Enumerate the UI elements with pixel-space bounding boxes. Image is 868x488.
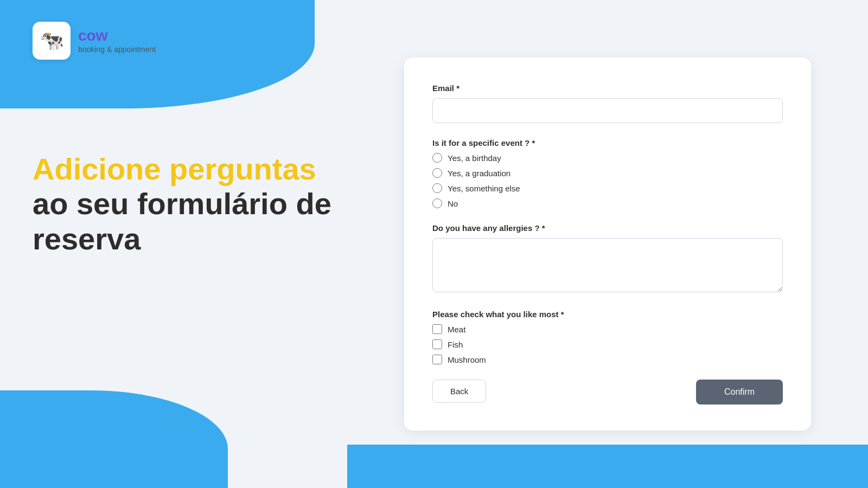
logo-subtitle: booking & appointment — [78, 45, 157, 54]
checkbox-item-meat[interactable]: Meat — [432, 324, 783, 334]
logo-icon: 🐄 — [33, 22, 71, 60]
checkbox-item-mushroom[interactable]: Mushroom — [432, 355, 783, 364]
radio-item-birthday[interactable]: Yes, a birthday — [432, 153, 783, 163]
radio-item-graduation[interactable]: Yes, a graduation — [432, 168, 783, 178]
radio-birthday-label: Yes, a birthday — [448, 153, 501, 163]
confirm-button[interactable]: Confirm — [696, 380, 783, 404]
logo-cow: cow — [78, 27, 107, 44]
checkbox-fish-label: Fish — [448, 340, 463, 349]
email-input[interactable] — [432, 98, 783, 123]
blue-bar-bottom-right — [347, 445, 868, 488]
hero-title-line1: Adicione perguntas — [33, 152, 331, 187]
likes-label: Please check what you like most * — [432, 310, 783, 319]
checkbox-mushroom-label: Mushroom — [448, 355, 486, 364]
left-panel: 🐄 cowlendar. booking & appointment Adici… — [0, 0, 347, 488]
hero-title-line3: reserva — [33, 222, 331, 256]
actions-row: Back Confirm — [432, 380, 783, 404]
checkbox-meat[interactable] — [432, 324, 442, 334]
logo-area: 🐄 cowlendar. booking & appointment — [33, 22, 157, 60]
form-card: Email * Is it for a specific event ? * Y… — [404, 57, 811, 431]
blue-blob-bottom — [0, 390, 228, 488]
likes-group: Please check what you like most * Meat F… — [432, 310, 783, 364]
radio-something[interactable] — [432, 183, 442, 193]
radio-group: Yes, a birthday Yes, a graduation Yes, s… — [432, 153, 783, 208]
radio-item-no[interactable]: No — [432, 198, 783, 208]
cow-emoji: 🐄 — [40, 29, 64, 52]
logo-dot: . — [152, 27, 157, 44]
checkbox-meat-label: Meat — [448, 325, 465, 334]
email-label: Email * — [432, 84, 783, 93]
logo-lendar: lendar — [107, 27, 152, 44]
checkbox-fish[interactable] — [432, 339, 442, 349]
radio-graduation[interactable] — [432, 168, 442, 178]
specific-event-label: Is it for a specific event ? * — [432, 138, 783, 147]
radio-item-something[interactable]: Yes, something else — [432, 183, 783, 193]
logo-text: cowlendar. booking & appointment — [78, 28, 157, 54]
logo-name: cowlendar. — [78, 28, 157, 44]
checkbox-item-fish[interactable]: Fish — [432, 339, 783, 349]
allergies-group: Do you have any allergies ? * — [432, 223, 783, 294]
checkbox-mushroom[interactable] — [432, 355, 442, 364]
specific-event-group: Is it for a specific event ? * Yes, a bi… — [432, 138, 783, 208]
hero-text: Adicione perguntas ao seu formulário de … — [33, 152, 331, 256]
checkbox-group: Meat Fish Mushroom — [432, 324, 783, 364]
allergies-textarea[interactable] — [432, 238, 783, 292]
back-button[interactable]: Back — [432, 380, 486, 403]
radio-no-label: No — [448, 199, 458, 208]
right-panel: Email * Is it for a specific event ? * Y… — [347, 0, 868, 488]
radio-something-label: Yes, something else — [448, 184, 520, 193]
radio-no[interactable] — [432, 198, 442, 208]
radio-birthday[interactable] — [432, 153, 442, 163]
radio-graduation-label: Yes, a graduation — [448, 169, 510, 178]
allergies-label: Do you have any allergies ? * — [432, 223, 783, 233]
hero-title-line2: ao seu formulário de — [33, 187, 331, 221]
email-group: Email * — [432, 84, 783, 123]
